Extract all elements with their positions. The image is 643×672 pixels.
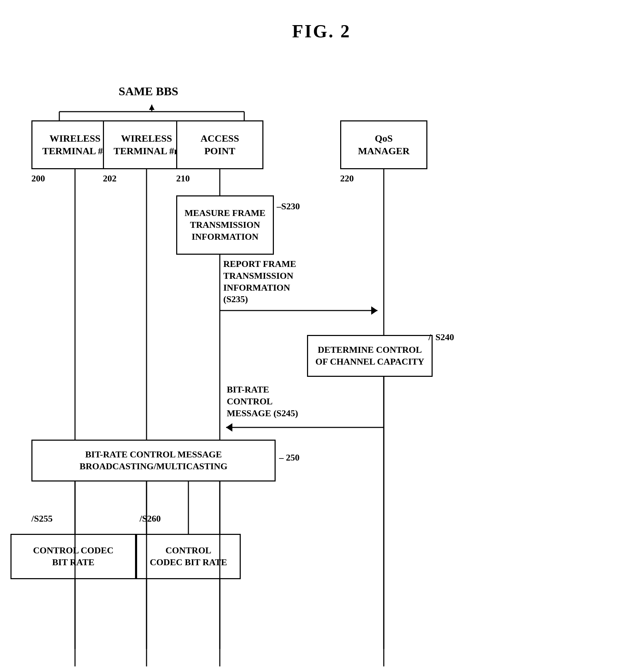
s240-ref: S240 [435,331,454,343]
s255-box: CONTROL CODECBIT RATE [10,534,136,579]
svg-marker-12 [226,423,232,432]
ap-ref: 210 [176,173,190,185]
s250-box: BIT-RATE CONTROL MESSAGEBROADCASTING/MUL… [31,440,276,481]
s230-box: MEASURE FRAMETRANSMISSIONINFORMATION [176,195,274,255]
s260-box: CONTROLCODEC BIT RATE [136,534,241,579]
s240-box: DETERMINE CONTROLOF CHANNEL CAPACITY [307,335,433,377]
svg-marker-10 [371,306,377,315]
same-bbs-label: SAME BBS [119,84,178,99]
s250-ref: – 250 [279,452,300,464]
s255-slash: /S255 [31,513,53,525]
fig-title: FIG. 2 [0,0,643,42]
s240-slash: / [428,331,431,343]
report-label: REPORT FRAMETRANSMISSIONINFORMATION(S235… [223,258,296,305]
ap-box: ACCESSPOINT [176,120,263,169]
wt1-ref: 200 [31,173,45,185]
qos-box: QoSMANAGER [340,120,427,169]
bitrate-ctrl-label: BIT-RATECONTROLMESSAGE (S245) [227,384,298,419]
wtn-ref: 202 [103,173,117,185]
s230-ref: –S230 [277,201,300,212]
svg-marker-4 [149,105,155,110]
qos-ref: 220 [340,173,354,185]
s260-slash: /S260 [140,513,161,525]
